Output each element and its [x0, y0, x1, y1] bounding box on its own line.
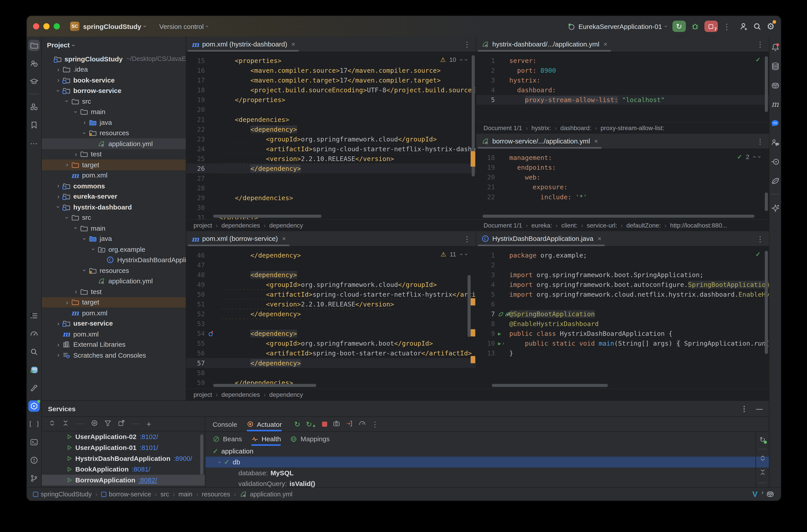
chevron-right-icon[interactable]: › [55, 183, 62, 189]
tool-build[interactable] [29, 382, 40, 394]
tool-spring-leaf[interactable] [769, 175, 781, 186]
editor-options-icon[interactable]: ⋮ [463, 40, 470, 48]
service-port-link[interactable]: :8081/ [132, 466, 150, 473]
chevron-down-icon[interactable]: › [73, 108, 79, 115]
tool-find[interactable] [29, 346, 40, 358]
tool-more[interactable]: ⋯ [29, 137, 40, 149]
editor-breadcrumb[interactable]: Document 1/1›eureka:›client:›service-url… [476, 219, 769, 231]
chevron-down-icon[interactable]: › [55, 204, 61, 211]
service-port-link[interactable]: :8101/ [140, 444, 158, 452]
inspection-widget[interactable]: ✓2›› [737, 153, 761, 160]
status-crumb-application-yml[interactable]: application.yml [240, 490, 293, 498]
status-crumb-main[interactable]: main [179, 490, 192, 497]
tree-item-java[interactable]: ›java [42, 233, 186, 244]
health-node-application[interactable]: ✓application [205, 446, 754, 457]
close-tab-icon[interactable]: × [594, 137, 598, 145]
tree-item-target[interactable]: ›target [42, 159, 186, 170]
debug-icon[interactable] [691, 22, 699, 31]
scrollbar[interactable] [765, 56, 768, 112]
collapse-all-button[interactable] [62, 419, 69, 428]
chevron-right-icon[interactable]: › [63, 162, 71, 168]
chevron-right-icon[interactable]: › [55, 341, 62, 348]
tree-item-application-yml[interactable]: application.yml [42, 138, 186, 149]
service-port-link[interactable]: :8102/ [140, 433, 158, 441]
services-options-icon[interactable]: ⋮ [740, 404, 748, 413]
scrollbar[interactable] [765, 192, 768, 211]
chevron-right-icon[interactable]: › [72, 151, 79, 157]
tool-learn[interactable] [29, 76, 40, 87]
chevron-right-icon[interactable]: › [63, 299, 71, 305]
tab-console[interactable]: Console [213, 417, 237, 432]
tool-project-folder[interactable] [29, 40, 40, 51]
rerun-button[interactable]: ↻ [672, 21, 686, 32]
tree-item-hystrix-dashboard[interactable]: ›hystrix-dashboard [42, 202, 186, 212]
tool-services-active[interactable] [29, 400, 40, 412]
robot-plugin-icon[interactable] [766, 490, 774, 498]
inspection-widget[interactable]: ⚠11›› [440, 251, 468, 258]
tool-todo[interactable] [29, 310, 40, 321]
tool-database[interactable] [769, 60, 781, 72]
inspection-widget[interactable]: ✓ [755, 251, 761, 258]
tree-item-target[interactable]: ›target [42, 297, 186, 308]
chevron-down-icon[interactable]: › [64, 214, 70, 221]
scrollbar[interactable] [765, 251, 768, 354]
service-port-link[interactable]: :8082/ [138, 476, 157, 484]
tool-ai-plugin[interactable] [29, 364, 40, 376]
chevron-right-icon[interactable]: › [81, 119, 88, 126]
project-view-chevron-icon[interactable]: › [71, 44, 77, 46]
editor-options-icon[interactable]: ⋮ [463, 234, 470, 243]
subtab-mappings[interactable]: Mappings [290, 432, 330, 446]
tree-item-test[interactable]: ›test [42, 286, 186, 297]
chevron-right-icon[interactable]: › [55, 352, 62, 358]
chevron-right-icon[interactable]: › [55, 77, 62, 83]
forward-button[interactable]: › [762, 488, 764, 496]
health-node-db[interactable]: ›✓db [205, 457, 769, 468]
tree-item-src[interactable]: ›src [42, 96, 186, 107]
service-bookapplication[interactable]: BookApplication:8081/ [42, 464, 205, 475]
subtab-health[interactable]: Health [251, 432, 281, 446]
close-window-button[interactable] [33, 23, 39, 30]
service-hystrixdashboardapplication[interactable]: HystrixDashBoardApplication:8900/ [42, 453, 205, 464]
editor-options-icon[interactable]: ⋮ [756, 137, 764, 145]
status-crumb-springcloudstudy[interactable]: springCloudStudy [33, 490, 92, 497]
scrollbar[interactable] [492, 384, 608, 387]
export-button[interactable] [345, 420, 353, 429]
tree-item-external-libraries[interactable]: ›External Libraries [42, 339, 186, 350]
scrollbar[interactable] [213, 215, 321, 218]
chevron-right-icon[interactable]: › [72, 288, 79, 295]
hide-panel-icon[interactable]: — [756, 405, 763, 413]
tree-item-application-yml[interactable]: application.yml [42, 276, 186, 286]
zoom-window-button[interactable] [54, 23, 60, 30]
rerun-button[interactable]: ↻ [294, 420, 300, 428]
scrollbar[interactable] [468, 275, 471, 337]
editor-tab[interactable]: mpom.xml (hystrix-dashboard)× [186, 37, 301, 52]
tool-bookmarks[interactable] [29, 119, 40, 131]
tree-item-java[interactable]: ›java [42, 117, 186, 128]
chevron-down-icon[interactable]: › [55, 87, 61, 94]
tree-item-org-example[interactable]: ›org.example [42, 244, 186, 255]
close-tab-icon[interactable]: × [603, 40, 607, 48]
scrollbar[interactable] [213, 384, 316, 387]
tool-ai-chat[interactable] [769, 118, 781, 129]
expand-all-button[interactable] [49, 419, 56, 428]
tree-item-main[interactable]: ›main [42, 223, 186, 233]
tool-terminal[interactable] [29, 437, 40, 448]
tool-version-control[interactable] [29, 473, 40, 484]
add-user-icon[interactable] [739, 22, 748, 31]
expand-all-button[interactable] [759, 455, 766, 463]
tree-item-hystrixdashboardapplication[interactable]: CHystrixDashBoardApplication [42, 255, 186, 265]
tree-item-resources[interactable]: ›resources [42, 128, 186, 138]
stop-button[interactable]: 7 [704, 21, 718, 32]
editor-tab[interactable]: hystrix-dashboard/.../application.yml× [476, 37, 612, 52]
tool-endpoints[interactable] [769, 156, 781, 167]
tree-item-springcloudstudy[interactable]: springCloudStudy~/Desktop/CS/JavaEE/6 Ja… [42, 54, 186, 64]
editor-breadcrumb[interactable]: project›dependencies›dependency [186, 388, 476, 400]
chevron-down-icon[interactable]: › [64, 98, 70, 105]
code-area[interactable]: 18management:19 endpoints:20 web:21 expo… [476, 149, 769, 219]
status-crumb-resources[interactable]: resources [202, 490, 230, 497]
close-tab-icon[interactable]: × [282, 235, 286, 243]
chevron-down-icon[interactable]: › [73, 225, 79, 232]
more-actions-icon[interactable]: ⋮ [723, 22, 731, 30]
tree-item-commons[interactable]: ›commons [42, 180, 186, 191]
tool-problems[interactable] [29, 455, 40, 466]
